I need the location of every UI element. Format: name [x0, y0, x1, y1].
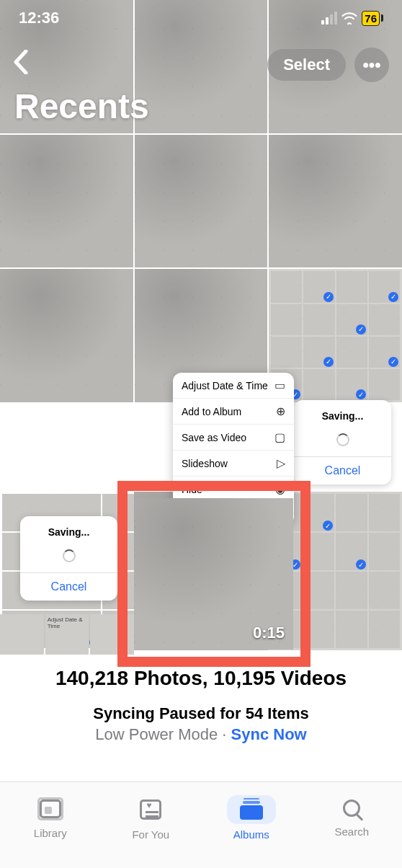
photo-video-count: 140,218 Photos, 10,195 Videos: [0, 667, 402, 690]
for-you-icon: [140, 800, 161, 820]
ellipsis-icon: •••: [362, 55, 380, 75]
status-time: 12:36: [19, 9, 59, 27]
menu-item-slideshow[interactable]: Slideshow ▷: [173, 451, 294, 477]
menu-item-label: Save as Video: [182, 432, 246, 443]
battery-indicator: 76: [362, 11, 383, 26]
mini-thumb[interactable]: Adjust Date & Time: [45, 614, 89, 655]
menu-item-add-to-album[interactable]: Add to Album ⊕: [173, 399, 294, 425]
video-thumbnail[interactable]: 0:15: [135, 498, 293, 650]
video-duration: 0:15: [253, 624, 285, 642]
album-add-icon: ⊕: [276, 404, 285, 418]
status-bar: 12:36 76: [0, 0, 402, 36]
tab-search[interactable]: Search: [302, 782, 403, 868]
spinner-icon: [336, 433, 349, 446]
tab-label: Search: [334, 825, 369, 838]
photo-thumbnail[interactable]: [269, 135, 402, 268]
tab-label: For You: [132, 828, 169, 841]
popover-title: Saving...: [294, 410, 391, 433]
menu-item-label: Slideshow: [182, 458, 228, 469]
select-button[interactable]: Select: [267, 49, 346, 81]
wifi-icon: [341, 12, 357, 25]
photo-thumbnail[interactable]: [0, 135, 133, 268]
menu-item-save-as-video[interactable]: Save as Video ▢: [173, 425, 294, 451]
search-icon: [343, 800, 360, 817]
tab-bar: Library For You Albums Search: [0, 781, 402, 868]
photo-thumbnail[interactable]: [135, 135, 268, 268]
tab-for-you[interactable]: For You: [101, 782, 202, 868]
tab-label: Albums: [233, 828, 269, 841]
spinner-icon: [63, 549, 76, 562]
video-icon: ▢: [274, 430, 285, 444]
calendar-icon: ▭: [274, 378, 285, 392]
highlight-frame: 0:15: [117, 481, 311, 667]
albums-icon: [240, 800, 263, 820]
tab-albums[interactable]: Albums: [201, 782, 302, 868]
power-mode-label: Low Power Mode: [95, 725, 218, 743]
menu-item-label: Adjust Date & Time: [182, 380, 268, 391]
popover-title: Saving...: [20, 526, 117, 549]
cellular-signal-icon: [321, 12, 337, 25]
play-rect-icon: ▷: [277, 456, 285, 470]
chevron-left-icon: [13, 50, 29, 74]
saving-popover: Saving... Cancel: [20, 516, 117, 601]
sync-substatus: Low Power Mode · Sync Now: [0, 725, 402, 744]
album-toolbar: Select •••: [0, 43, 402, 87]
tab-library[interactable]: Library: [0, 782, 101, 868]
album-title: Recents: [14, 87, 149, 126]
cancel-button[interactable]: Cancel: [20, 572, 117, 601]
battery-percent: 76: [362, 11, 380, 26]
sync-now-link[interactable]: Sync Now: [231, 725, 307, 743]
album-summary: 140,218 Photos, 10,195 Videos Syncing Pa…: [0, 667, 402, 744]
photo-thumbnail[interactable]: [0, 269, 133, 402]
back-button[interactable]: [13, 50, 29, 81]
mini-thumb[interactable]: [0, 614, 44, 655]
saving-popover: Saving... Cancel: [294, 400, 391, 484]
menu-item-adjust-date[interactable]: Adjust Date & Time ▭: [173, 373, 294, 399]
library-icon: [40, 800, 61, 818]
photo-grid-row: Adjust Date & Time: [0, 614, 134, 655]
tab-label: Library: [34, 827, 67, 839]
sync-status: Syncing Paused for 54 Items: [0, 704, 402, 723]
menu-item-label: Add to Album: [182, 406, 241, 417]
more-button[interactable]: •••: [354, 48, 389, 82]
